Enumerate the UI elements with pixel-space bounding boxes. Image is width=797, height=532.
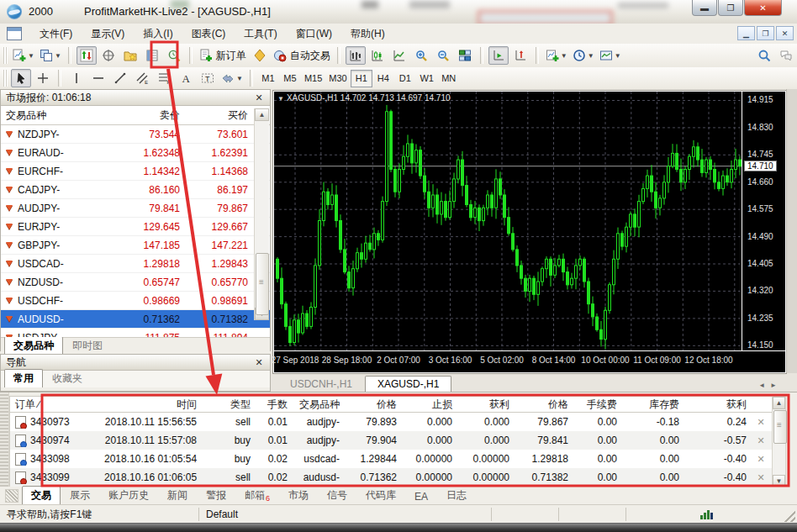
market-watch-row-usdjpy[interactable]: USDJPY-111.875111.894 [1,329,270,337]
orders-column-4[interactable]: 手数 [256,398,293,412]
market-watch-close-icon[interactable]: ✕ [253,92,265,103]
terminal-tab-账户历史[interactable]: 账户历史 [99,486,158,505]
hline-button[interactable] [88,69,108,87]
orders-column-8[interactable]: 获利 [457,398,515,412]
zoom-out-button[interactable] [433,46,453,65]
chart-window[interactable]: ▼XAGUSD-,H1 14.702 14.713 14.697 14.710 … [273,91,786,373]
terminal-tab-交易[interactable]: 交易 [22,486,61,505]
data-window-button[interactable] [98,46,119,65]
menu-item-3[interactable]: 插入(I) [134,25,182,42]
tile-windows-button[interactable] [455,46,475,65]
order-row-3430974[interactable]: 34309742018.10.11 15:57:08buy0.01audjpy-… [10,431,772,450]
menu-item-1[interactable]: 文件(F) [30,25,82,42]
scroll-up-icon[interactable]: ▲ [773,397,785,409]
chart-shift-button[interactable] [510,46,530,65]
menu-item-5[interactable]: 工具(T) [235,25,286,42]
orders-column-5[interactable]: 交易品种 [293,398,345,412]
timeframe-d1-button[interactable]: D1 [394,70,416,87]
close-button[interactable]: ✕ [744,0,782,16]
timeframe-h1-button[interactable]: H1 [351,70,372,87]
channel-button[interactable]: E [132,69,152,87]
zoom-in-button[interactable] [411,46,431,65]
scroll-thumb[interactable] [773,410,787,444]
orders-column-6[interactable]: 价格 [345,398,402,412]
label-button[interactable]: T [198,69,218,87]
chevron-down-icon[interactable]: ▼ [55,52,61,60]
chart-tab[interactable]: USDCNH-,H1 [277,376,365,392]
orders-column-9[interactable]: 价格 [515,398,573,412]
profiles-button[interactable]: ▼ [38,46,63,65]
market-watch-row-gbpjpy[interactable]: GBPJPY-147.185147.221 [1,236,270,255]
timeframe-m15-button[interactable]: M15 [301,70,325,87]
chevron-down-icon[interactable]: ▼ [615,52,621,60]
scroll-up-icon[interactable]: ▲ [255,108,269,121]
market-watch-row-eurchf[interactable]: EURCHF-1.143421.14368 [1,162,270,181]
market-watch-row-eurjpy[interactable]: EURJPY-129.645129.667 [1,218,270,236]
new-chart-button[interactable]: ▼ [11,46,36,65]
terminal-button[interactable] [142,46,162,65]
timeframe-m1-button[interactable]: M1 [257,70,279,87]
timeframe-m5-button[interactable]: M5 [279,70,301,87]
market-watch-scrollbar[interactable]: ▲ ▼ [254,108,269,320]
terminal-tab-新闻[interactable]: 新闻 [158,486,197,505]
orders-column-3[interactable]: 类型 [202,398,256,412]
terminal-tab-展示[interactable]: 展示 [61,486,99,505]
child-minimize-button[interactable]: ▁ [737,26,755,40]
market-watch-tab[interactable]: 交易品种 [4,336,63,355]
navigator-tab[interactable]: 收藏夹 [43,369,92,387]
terminal-tab-市场[interactable]: 市场 [279,486,318,505]
chevron-down-icon[interactable]: ▼ [561,52,567,60]
market-watch-button[interactable] [77,46,97,65]
chat-button[interactable] [776,46,796,65]
orders-column-12[interactable]: 获利 [684,398,752,412]
time-axis[interactable]: 27 Sep 201828 Sep 18:002 Oct 07:003 Oct … [274,350,785,372]
crosshair-button[interactable] [33,69,53,87]
timeframe-mn-button[interactable]: MN [438,70,460,87]
chevron-down-icon[interactable]: ▼ [588,52,594,60]
periods-button[interactable]: ▼ [571,46,596,65]
strategy-tester-button[interactable] [164,46,184,65]
fibonacci-button[interactable]: F [154,69,174,87]
chevron-down-icon[interactable]: ▼ [236,75,243,82]
child-restore-button[interactable]: ❐ [757,26,774,40]
terminal-tab-代码库[interactable]: 代码库 [356,486,405,505]
tab-scroll-arrows[interactable]: ◄► [758,382,782,389]
status-profile[interactable]: Default [199,508,492,521]
bar-chart-button[interactable] [346,46,366,65]
market-watch-row-audusd[interactable]: AUDUSD-0.713620.71382 [1,310,270,329]
price-axis[interactable]: 14.91514.83014.74514.66014.57514.49014.4… [742,92,785,350]
line-chart-button[interactable] [389,46,409,65]
chart-plot-area[interactable]: ▼XAGUSD-,H1 14.702 14.713 14.697 14.710 [274,92,742,350]
templates-button[interactable]: ▼ [598,46,623,65]
scroll-thumb[interactable] [256,253,269,315]
timeframe-w1-button[interactable]: W1 [416,70,438,87]
orders-column-7[interactable]: 止损 [402,398,457,412]
menu-item-6[interactable]: 窗口(W) [287,25,341,42]
cursor-button[interactable] [11,69,31,87]
terminal-tab-警报[interactable]: 警报 [197,486,235,505]
menu-item-2[interactable]: 显示(V) [82,25,134,42]
market-watch-header[interactable]: 交易品种 卖价 买价 [1,106,270,125]
close-order-button[interactable]: ✕ [752,417,770,428]
market-watch-row-usdchf[interactable]: USDCHF-0.986690.98691 [1,292,270,310]
close-order-button[interactable]: ✕ [752,435,770,446]
order-row-3430973[interactable]: 34309732018.10.11 15:56:55sell0.01audjpy… [10,413,772,431]
close-order-button[interactable]: ✕ [752,472,770,483]
chart-tab[interactable]: XAGUSD-,H1 [365,376,451,392]
new-order-button[interactable]: 新订单 [198,46,248,65]
market-watch-row-euraud[interactable]: EURAUD-1.623481.62391 [1,144,270,162]
column-ask[interactable]: 买价 [187,108,255,123]
market-watch-row-audjpy[interactable]: AUDJPY-79.84179.867 [1,199,270,218]
orders-column-1[interactable]: 订单 ∕ [10,398,99,412]
indicators-button[interactable]: ▼ [544,46,569,65]
market-watch-titlebar[interactable]: 市场报价: 01:06:18 ✕ [1,90,270,106]
orders-column-10[interactable]: 手续费 [573,398,622,412]
column-symbol[interactable]: 交易品种 [1,108,119,123]
candlestick-button[interactable] [367,46,388,65]
minimize-button[interactable]: ▬ [692,0,717,16]
order-row-3433099[interactable]: 34330992018.10.16 01:06:05sell0.02audusd… [10,468,772,487]
market-watch-tab[interactable]: 即时图 [63,336,112,355]
resize-grip[interactable] [782,508,795,522]
terminal-tab-EA[interactable]: EA [405,488,437,505]
vline-button[interactable] [66,69,87,87]
